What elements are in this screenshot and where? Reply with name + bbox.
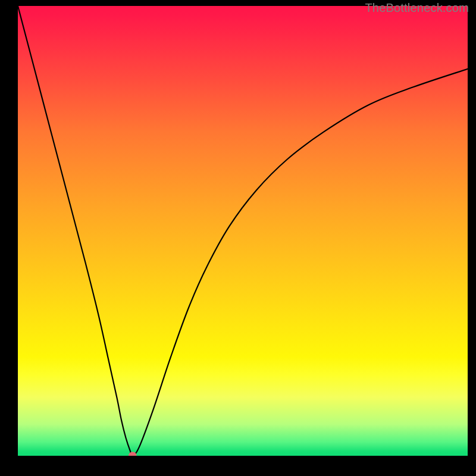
plot-area (18, 6, 468, 456)
chart-container: TheBottleneck.com (0, 0, 476, 476)
bottleneck-curve (18, 6, 468, 456)
minimum-marker (129, 452, 137, 456)
chart-svg (18, 6, 468, 456)
watermark-text: TheBottleneck.com (365, 1, 469, 15)
